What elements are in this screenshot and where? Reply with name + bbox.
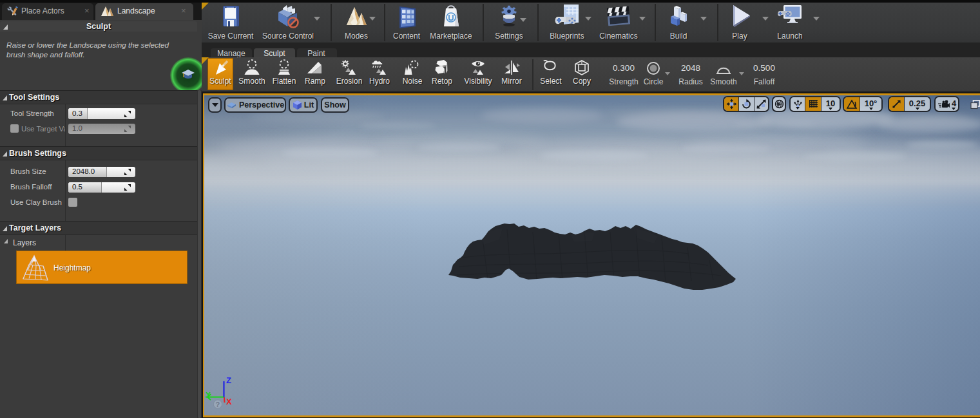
svg-text:X: X <box>226 397 232 406</box>
svg-text:Z: Z <box>226 375 231 385</box>
svg-text:?: ? <box>216 401 220 408</box>
